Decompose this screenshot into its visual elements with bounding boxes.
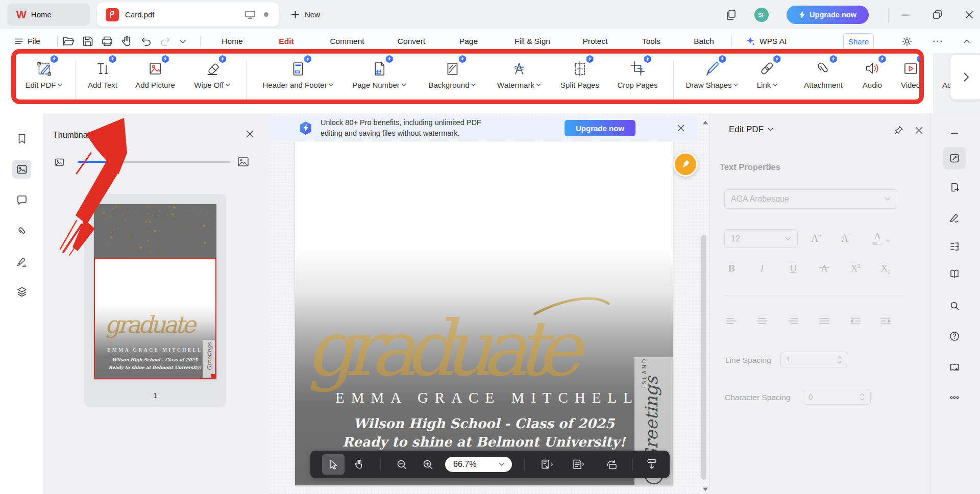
menu-tab-home[interactable]: Home [222, 29, 242, 53]
rightbar-columns-icon[interactable] [943, 235, 966, 258]
bold-button[interactable]: B [728, 263, 735, 274]
sidebar-attachment-icon[interactable] [12, 221, 31, 240]
history-chevron-icon[interactable] [178, 34, 188, 48]
rotate-page-button[interactable] [600, 454, 623, 475]
redo-icon[interactable] [158, 34, 173, 48]
toolbar-item-add-text[interactable]: Add Text [88, 58, 117, 89]
strikethrough-button[interactable]: A [821, 263, 828, 274]
restore-button[interactable] [931, 8, 944, 21]
sidebar-layers-icon[interactable] [12, 282, 31, 301]
rightbar-collapse-dash-icon[interactable] [943, 122, 966, 144]
toolbar-expand-button[interactable] [950, 55, 980, 100]
thumbnail-card[interactable]: graduate EMMA GRACE MITCHELL Wilson High… [84, 194, 226, 407]
more-menu-icon[interactable] [930, 34, 945, 48]
panel-title[interactable]: Edit PDF [729, 125, 773, 135]
superscript-button[interactable]: X2 [850, 263, 860, 274]
increase-font-button[interactable]: A+ [811, 232, 822, 244]
upgrade-button[interactable]: Upgrade now [787, 6, 869, 24]
scrollbar-down-icon[interactable] [702, 487, 708, 492]
menu-tab-convert[interactable]: Convert [398, 29, 425, 53]
undo-icon[interactable] [139, 34, 153, 48]
align-right-button[interactable] [787, 316, 799, 327]
share-button[interactable]: Share [843, 33, 874, 50]
toolbar-item-draw-shapes[interactable]: Draw Shapes [685, 58, 738, 89]
rightbar-search-icon[interactable] [943, 294, 966, 317]
toolbar-item-audio[interactable]: Audio [863, 58, 882, 89]
toolbar-item-edit-pdf[interactable]: Edit PDF [25, 58, 62, 89]
toolbar-item-page-number[interactable]: Page Number [352, 58, 406, 89]
document-tab[interactable]: Card.pdf [97, 3, 279, 27]
vertical-scrollbar[interactable] [701, 235, 706, 480]
sidebar-signature-icon[interactable] [12, 252, 31, 271]
hand-tool-icon[interactable] [119, 34, 134, 48]
italic-button[interactable]: I [761, 263, 764, 274]
minimize-button[interactable] [899, 8, 912, 21]
fit-width-button[interactable] [536, 454, 558, 475]
menu-tab-batch[interactable]: Batch [694, 29, 714, 53]
menu-tab-tools[interactable]: Tools [642, 29, 660, 53]
pdf-page[interactable]: graduate EMMA GRACE MITCHELL Wilson High… [295, 141, 673, 485]
banner-close-icon[interactable] [677, 124, 685, 132]
settings-gear-icon[interactable] [900, 34, 914, 48]
align-left-button[interactable] [725, 316, 738, 327]
indent-less-button[interactable] [879, 316, 892, 327]
avatar[interactable]: SF [754, 8, 769, 22]
menu-tab-page[interactable]: Page [459, 29, 478, 53]
align-center-button[interactable] [756, 316, 768, 327]
subscript-button[interactable]: X2 [880, 263, 890, 275]
toolbar-item-link[interactable]: Link [757, 58, 778, 89]
highlighter-fab[interactable] [673, 152, 698, 177]
toolbar-item-attachment[interactable]: Attachment [804, 58, 843, 89]
menu-tab-edit[interactable]: Edit [279, 29, 293, 53]
decrease-font-button[interactable]: A− [841, 232, 852, 244]
wps-ai-menu[interactable]: WPS AI [745, 29, 787, 53]
select-tool-button[interactable] [322, 454, 345, 475]
page-view-button[interactable] [567, 454, 590, 475]
font-family-select[interactable]: AGA Arabesque [724, 189, 897, 209]
zoom-in-thumbnails-icon[interactable] [237, 156, 250, 168]
menu-tab-fill-sign[interactable]: Fill & Sign [514, 29, 550, 53]
rightbar-help-icon[interactable] [943, 325, 966, 348]
toolbar-item-header-and-footer[interactable]: Header and Footer [263, 58, 334, 89]
rightbar-edit-note-icon[interactable] [943, 147, 966, 169]
rightbar-sign-pen-icon[interactable] [943, 207, 966, 229]
save-icon[interactable] [81, 34, 95, 48]
toolbar-item-watermark[interactable]: Watermark [497, 58, 541, 89]
font-color-button[interactable]: A [872, 231, 891, 245]
file-menu[interactable]: File [14, 29, 40, 53]
sidebar-thumbnail-icon[interactable] [12, 160, 31, 179]
banner-upgrade-button[interactable]: Upgrade now [565, 120, 635, 136]
toolbar-item-crop-pages[interactable]: Crop Pages [617, 58, 657, 89]
sidebar-comment-icon[interactable] [12, 190, 31, 209]
rightbar-booklet-icon[interactable] [943, 356, 966, 379]
open-file-icon[interactable] [61, 34, 76, 48]
slider-handle[interactable] [113, 158, 120, 165]
underline-button[interactable]: U [790, 263, 797, 274]
close-window-button[interactable] [963, 8, 976, 21]
indent-more-button[interactable] [849, 316, 862, 327]
thumbnail-size-slider[interactable] [78, 161, 231, 163]
toolbar-item-video[interactable]: Video [901, 58, 920, 89]
toolbar-item-background[interactable]: Background [428, 58, 476, 89]
zoom-level-select[interactable]: 66.7% [445, 457, 512, 472]
scroll-mode-button[interactable] [641, 454, 663, 475]
line-spacing-stepper[interactable]: 1 [780, 352, 848, 367]
pin-panel-icon[interactable] [894, 126, 903, 135]
font-size-select[interactable]: 12 [724, 229, 798, 248]
character-spacing-stepper[interactable]: 0 [803, 389, 871, 405]
hand-tool-button[interactable] [348, 454, 370, 475]
print-icon[interactable] [100, 34, 114, 48]
zoom-in-button[interactable] [416, 454, 439, 475]
rightbar-more-dots-icon[interactable] [943, 386, 966, 409]
align-justify-button[interactable] [818, 316, 830, 327]
sidebar-bookmark-icon[interactable] [12, 129, 31, 148]
monitor-icon[interactable] [244, 10, 256, 19]
zoom-out-thumbnails-icon[interactable] [54, 157, 65, 168]
menu-tab-protect[interactable]: Protect [582, 29, 607, 53]
home-tab[interactable]: W Home [7, 4, 90, 26]
collapse-ribbon-icon[interactable] [960, 34, 974, 48]
toolbar-item-split-pages[interactable]: Split Pages [560, 58, 599, 89]
close-thumbnail-panel-icon[interactable] [246, 130, 254, 138]
tab-list-icon[interactable] [725, 8, 738, 21]
thumbnail-selection[interactable]: graduate EMMA GRACE MITCHELL Wilson High… [94, 258, 216, 379]
